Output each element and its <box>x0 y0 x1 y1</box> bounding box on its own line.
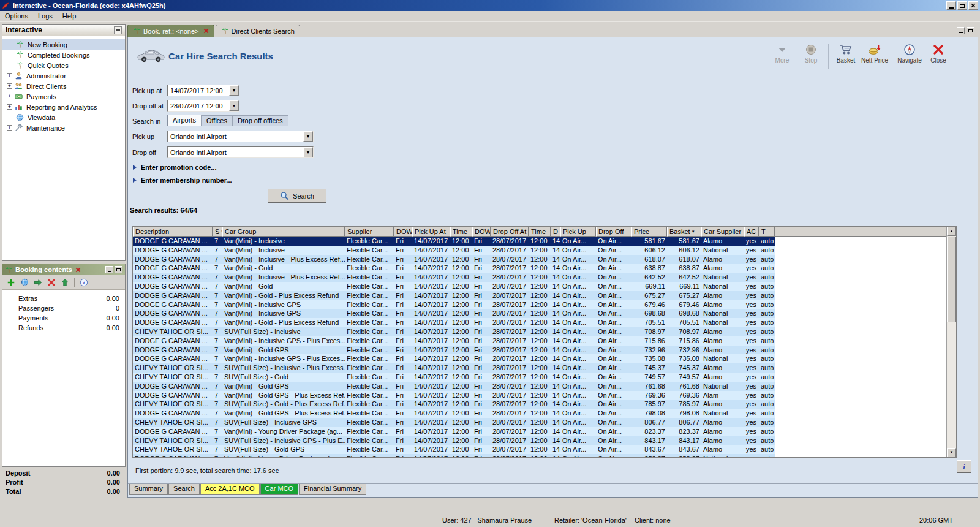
close-window-button[interactable] <box>968 1 978 10</box>
upload-icon[interactable] <box>59 277 70 288</box>
collapse-panel-button[interactable] <box>114 26 122 34</box>
sidebar-item-reporting-and-analytics[interactable]: +Reporting and Analytics <box>2 102 125 112</box>
sidebar-item-maintenance[interactable]: +Maintenance <box>2 123 125 133</box>
bottom-tab-summary[interactable]: Summary <box>129 484 168 495</box>
dropdown-arrow-icon[interactable]: ▼ <box>303 131 313 142</box>
table-row[interactable]: CHEVY TAHOE OR SI...7SUV(Full Size) - In… <box>133 363 775 373</box>
dropdown-arrow-icon[interactable]: ▼ <box>229 100 239 111</box>
search-in-tab-drop-off-offices[interactable]: Drop off offices <box>232 115 288 126</box>
table-row[interactable]: DODGE G CARAVAN ...7Van(Mini) - Inclusiv… <box>133 309 775 318</box>
sidebar-item-direct-clients[interactable]: +Direct Clients <box>2 81 125 91</box>
panel-minimize-button[interactable] <box>105 266 113 273</box>
table-row[interactable]: DODGE G CARAVAN ...7Van(Mini) - Gold GPS… <box>133 382 775 391</box>
info-button[interactable]: i <box>957 460 971 473</box>
close-button[interactable]: Close <box>925 42 952 64</box>
dropdown-arrow-icon[interactable]: ▼ <box>303 147 313 157</box>
table-row[interactable]: CHEVY TAHOE OR SI...7SUV(Full Size) - In… <box>133 418 775 427</box>
nett-price-button[interactable]: Nett Price <box>861 42 888 64</box>
expander-icon[interactable]: + <box>7 104 12 110</box>
globe-icon[interactable] <box>19 277 30 288</box>
column-header-time[interactable]: Time <box>529 227 551 237</box>
menu-item-logs[interactable]: Logs <box>33 11 58 21</box>
column-header-supplier[interactable]: Supplier <box>345 227 394 237</box>
table-row[interactable]: DODGE G CARAVAN ...7Van(Mini) - GoldFlex… <box>133 282 775 291</box>
pickup-at-select[interactable]: 14/07/2017 12:00 ▼ <box>167 85 239 96</box>
add-icon[interactable] <box>6 277 17 288</box>
table-row[interactable]: DODGE G CARAVAN ...7Van(Mini) - Inclusiv… <box>133 255 775 264</box>
menu-item-options[interactable]: Options <box>0 11 33 21</box>
column-header-car-supplier[interactable]: Car Supplier <box>701 227 744 237</box>
expander-icon[interactable]: + <box>7 125 12 131</box>
sidebar-item-administrator[interactable]: +Administrator <box>2 70 125 81</box>
column-header-price[interactable]: Price <box>631 227 667 237</box>
column-header-drop-off[interactable]: Drop Off <box>596 227 631 237</box>
table-row[interactable]: DODGE G CARAVAN ...7Van(Mini) - Inclusiv… <box>133 336 775 346</box>
dropoff-select[interactable]: Orlando Intl Airport ▼ <box>167 146 314 158</box>
expander-icon[interactable]: + <box>7 83 12 89</box>
column-header-d[interactable]: D <box>551 227 560 237</box>
table-row[interactable]: DODGE G CARAVAN ...7Van(Mini) - Inclusiv… <box>133 246 775 255</box>
pickup-select[interactable]: Orlando Intl Airport ▼ <box>167 131 314 142</box>
table-row[interactable]: DODGE G CARAVAN ...7Van(Mini) - Gold - P… <box>133 291 775 300</box>
table-row[interactable]: CHEVY TAHOE OR SI...7SUV(Full Size) - Go… <box>133 445 775 454</box>
expander-icon[interactable]: + <box>7 73 12 78</box>
bottom-tab-acc-2a-1c-mco[interactable]: Acc 2A,1C MCO <box>200 484 260 495</box>
doc-tab-direct-clients-search[interactable]: Direct Clients Search <box>216 25 300 37</box>
scroll-thumb[interactable] <box>947 237 956 322</box>
table-row[interactable]: DODGE G CARAVAN ...7Van(Mini) - Inclusiv… <box>133 273 775 282</box>
info-icon[interactable]: i <box>78 277 89 288</box>
column-header-time[interactable]: Time <box>450 227 472 237</box>
table-row[interactable]: CHEVY TAHOE OR SI...7SUV(Full Size) - In… <box>133 327 775 336</box>
table-row[interactable]: DODGE G CARAVAN ...7Van(Mini) - Inclusiv… <box>133 300 775 309</box>
sidebar-item-quick-quotes[interactable]: Quick Quotes <box>2 60 125 70</box>
maximize-button[interactable] <box>957 1 967 10</box>
membership-expander[interactable]: Enter membership number... <box>133 176 232 184</box>
scroll-down-button[interactable]: ▼ <box>947 448 956 457</box>
scroll-up-button[interactable]: ▲ <box>947 227 956 236</box>
table-row[interactable]: DODGE G CARAVAN ...7Van(Mini) - Gold GPS… <box>133 391 775 400</box>
search-in-tab-offices[interactable]: Offices <box>201 115 232 126</box>
table-row[interactable]: DODGE G CARAVAN ...7Van(Mini) - Gold GPS… <box>133 346 775 355</box>
promo-code-expander[interactable]: Enter promotion code... <box>133 163 216 172</box>
table-row[interactable]: DODGE G CARAVAN ...7Van(Mini) - Young Dr… <box>133 454 775 457</box>
table-row[interactable]: CHEVY TAHOE OR SI...7SUV(Full Size) - In… <box>133 436 775 445</box>
column-header-basket[interactable]: Basket▼ <box>667 227 701 237</box>
tab-close-icon[interactable] <box>203 28 209 34</box>
menu-item-help[interactable]: Help <box>58 11 81 21</box>
table-row[interactable]: DODGE G CARAVAN ...7Van(Mini) - Inclusiv… <box>133 237 775 246</box>
table-row[interactable]: CHEVY TAHOE OR SI...7SUV(Full Size) - Go… <box>133 400 775 409</box>
sidebar-item-new-booking[interactable]: New Booking <box>2 39 125 50</box>
panel-restore-button[interactable] <box>115 266 123 273</box>
table-row[interactable]: CHEVY TAHOE OR SI...7SUV(Full Size) - Go… <box>133 373 775 382</box>
basket-button[interactable]: Basket <box>832 42 859 64</box>
search-in-tab-airports[interactable]: Airports <box>167 115 201 126</box>
table-row[interactable]: DODGE G CARAVAN ...7Van(Mini) - Gold GPS… <box>133 409 775 418</box>
column-header-pick-up-at[interactable]: Pick Up At <box>412 227 450 237</box>
vertical-scrollbar[interactable]: ▲ ▼ <box>946 227 956 457</box>
table-row[interactable]: DODGE G CARAVAN ...7Van(Mini) - Young Dr… <box>133 427 775 436</box>
dropoff-at-select[interactable]: 28/07/2017 12:00 ▼ <box>167 100 239 112</box>
search-button[interactable]: Search <box>268 189 326 203</box>
table-row[interactable]: DODGE G CARAVAN ...7Van(Mini) - Inclusiv… <box>133 354 775 363</box>
bottom-tab-car-mco[interactable]: Car MCO <box>260 484 298 495</box>
bottom-tab-search[interactable]: Search <box>168 484 200 495</box>
navigate-button[interactable]: Navigate <box>896 42 923 64</box>
delete-icon[interactable] <box>46 277 57 288</box>
close-panel-icon[interactable] <box>75 267 81 273</box>
table-row[interactable]: DODGE G CARAVAN ...7Van(Mini) - GoldFlex… <box>133 264 775 273</box>
column-header-t[interactable]: T <box>759 227 775 237</box>
column-header-s[interactable]: S▼ <box>213 227 222 237</box>
column-header-ac[interactable]: AC <box>744 227 759 237</box>
minimize-button[interactable] <box>946 1 956 10</box>
dropdown-arrow-icon[interactable]: ▼ <box>229 85 239 96</box>
column-header-car-group[interactable]: Car Group <box>222 227 345 237</box>
table-row[interactable]: DODGE G CARAVAN ...7Van(Mini) - Gold - P… <box>133 318 775 327</box>
column-header-drop-off-at[interactable]: Drop Off At <box>491 227 529 237</box>
column-header-dow[interactable]: DOW <box>394 227 412 237</box>
mdi-minimize-button[interactable] <box>957 27 965 34</box>
doc-tab-book-ref-none[interactable]: Book. ref.: <none> <box>127 25 214 37</box>
sidebar-item-viewdata[interactable]: Viewdata <box>2 112 125 123</box>
sidebar-item-payments[interactable]: +Payments <box>2 91 125 102</box>
column-header-description[interactable]: Description <box>133 227 213 237</box>
bottom-tab-financial-summary[interactable]: Financial Summary <box>299 484 366 495</box>
